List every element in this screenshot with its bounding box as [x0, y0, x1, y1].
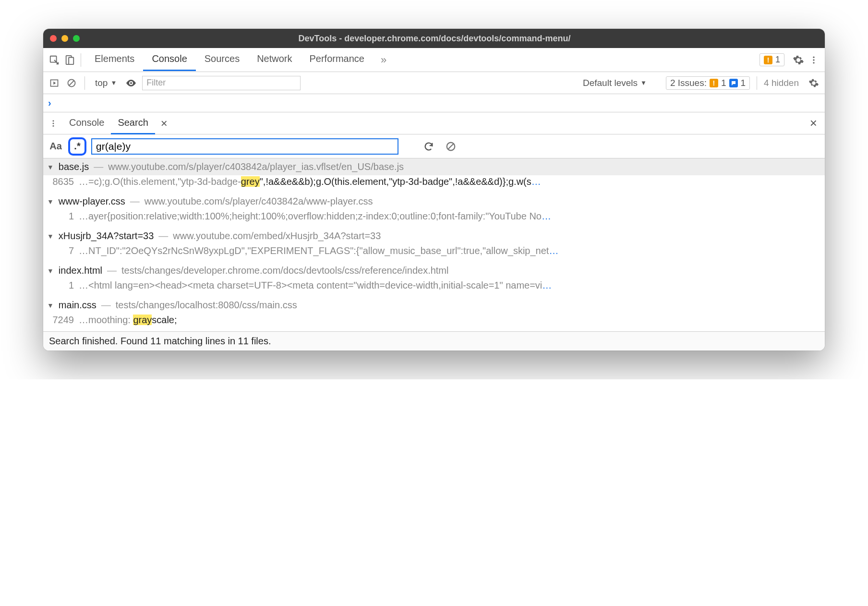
issues-label: 2 Issues: [670, 78, 707, 88]
svg-point-5 [813, 62, 814, 63]
main-toolbar: ElementsConsoleSourcesNetworkPerformance… [43, 48, 825, 72]
result-file-header[interactable]: ▼xHusjrb_34A?start=33—www.youtube.com/em… [43, 228, 825, 244]
tab-network[interactable]: Network [248, 48, 301, 71]
result-filepath: www.youtube.com/embed/xHusjrb_34A?start=… [173, 230, 381, 242]
divider [757, 76, 757, 90]
console-settings-icon[interactable] [808, 77, 820, 89]
info-icon [729, 79, 738, 87]
result-filepath: www.youtube.com/s/player/c403842a/player… [108, 161, 404, 172]
svg-point-12 [53, 125, 54, 126]
disclosure-triangle-icon: ▼ [47, 163, 54, 171]
drawer-tab-search[interactable]: Search [111, 112, 155, 134]
devtools-window: DevTools - developer.chrome.com/docs/dev… [43, 29, 825, 351]
maximize-window-button[interactable] [73, 35, 80, 42]
line-number: 1 [49, 280, 74, 291]
close-search-tab[interactable]: × [158, 117, 170, 130]
result-file-header[interactable]: ▼www-player.css—www.youtube.com/s/player… [43, 193, 825, 210]
match-code: …<html lang=en><head><meta charset=UTF-8… [79, 280, 821, 291]
drawer-tab-console[interactable]: Console [62, 112, 111, 134]
filter-input[interactable]: Filter [142, 76, 301, 90]
svg-point-4 [813, 59, 814, 61]
tab-elements[interactable]: Elements [86, 48, 143, 71]
result-filename: www-player.css [59, 196, 125, 207]
device-toggle-icon[interactable] [63, 54, 76, 66]
result-filename: index.html [59, 265, 102, 276]
clear-console-icon[interactable] [65, 77, 78, 89]
search-status: Search finished. Found 11 matching lines… [43, 331, 825, 351]
issues-pill[interactable]: 2 Issues: ! 1 1 [666, 76, 750, 90]
separator: — [101, 300, 111, 311]
chevron-down-icon: ▼ [110, 79, 117, 86]
tab-sources[interactable]: Sources [196, 48, 248, 71]
separator: — [130, 196, 140, 207]
context-selector[interactable]: top ▼ [92, 76, 120, 90]
match-case-button[interactable]: Aa [48, 141, 63, 152]
result-filepath: tests/changes/localhost:8080/css/main.cs… [116, 300, 297, 311]
svg-line-8 [69, 81, 74, 85]
divider [84, 76, 85, 90]
disclosure-triangle-icon: ▼ [47, 232, 54, 240]
result-match-row[interactable]: 7249…moothing: grayscale; [43, 314, 825, 331]
issues-badge[interactable]: ! 1 [760, 53, 784, 66]
drawer-kebab-icon[interactable] [47, 117, 60, 130]
log-levels-selector[interactable]: Default levels ▼ [583, 78, 647, 88]
result-match-row[interactable]: 8635…=c);g.O(this.element,"ytp-3d-badge-… [43, 175, 825, 193]
warning-icon: ! [764, 56, 772, 64]
tab-performance[interactable]: Performance [301, 48, 374, 71]
tab-console[interactable]: Console [143, 48, 195, 71]
separator: — [158, 230, 168, 242]
console-prompt[interactable]: › [43, 94, 825, 112]
disclosure-triangle-icon: ▼ [47, 302, 54, 309]
search-toolbar: Aa .* [43, 134, 825, 158]
match-code: …=c);g.O(this.element,"ytp-3d-badge-grey… [79, 176, 821, 187]
result-file-header[interactable]: ▼main.css—tests/changes/localhost:8080/c… [43, 297, 825, 314]
refresh-icon[interactable] [422, 140, 435, 153]
match-code: …moothing: grayscale; [79, 315, 821, 326]
window-title: DevTools - developer.chrome.com/docs/dev… [80, 34, 789, 44]
settings-icon[interactable] [792, 54, 805, 66]
minimize-window-button[interactable] [61, 35, 68, 42]
toggle-sidebar-icon[interactable] [48, 77, 60, 89]
search-input[interactable] [91, 138, 398, 155]
regex-button[interactable]: .* [68, 137, 86, 156]
close-window-button[interactable] [50, 35, 57, 42]
match-code: …NT_ID":"2OeQYs2rNcSnW8yxpLgD","EXPERIME… [79, 245, 821, 256]
line-number: 8635 [49, 176, 74, 187]
match-code: …ayer{position:relative;width:100%;heigh… [79, 211, 821, 222]
context-label: top [95, 78, 108, 88]
result-filepath: tests/changes/developer.chrome.com/docs/… [121, 265, 448, 276]
svg-rect-2 [69, 57, 73, 64]
svg-point-11 [53, 122, 54, 124]
result-filepath: www.youtube.com/s/player/c403842a/www-pl… [145, 196, 373, 207]
result-file-header[interactable]: ▼index.html—tests/changes/developer.chro… [43, 262, 825, 279]
result-match-row[interactable]: 1…ayer{position:relative;width:100%;heig… [43, 210, 825, 228]
result-match-row[interactable]: 1…<html lang=en><head><meta charset=UTF-… [43, 279, 825, 297]
svg-point-3 [813, 56, 814, 58]
inspect-icon[interactable] [48, 54, 60, 66]
more-tabs-button[interactable]: » [376, 54, 391, 66]
divider [81, 53, 81, 67]
filter-placeholder: Filter [146, 78, 166, 88]
svg-point-10 [53, 120, 54, 121]
window-controls [50, 35, 80, 42]
info-count: 1 [741, 78, 746, 88]
line-number: 7 [49, 245, 74, 256]
disclosure-triangle-icon: ▼ [47, 267, 54, 275]
live-expression-icon[interactable] [125, 77, 137, 89]
separator: — [94, 161, 103, 172]
result-match-row[interactable]: 7…NT_ID":"2OeQYs2rNcSnW8yxpLgD","EXPERIM… [43, 244, 825, 262]
kebab-menu-icon[interactable] [808, 54, 820, 66]
separator: — [107, 265, 117, 276]
clear-search-icon[interactable] [445, 140, 457, 153]
result-filename: main.css [59, 300, 96, 311]
disclosure-triangle-icon: ▼ [47, 198, 54, 206]
panel-tabs: ElementsConsoleSourcesNetworkPerformance [86, 48, 373, 71]
levels-label: Default levels [583, 78, 638, 88]
warning-icon: ! [710, 79, 718, 87]
chevron-down-icon: ▼ [640, 79, 647, 86]
console-toolbar: top ▼ Filter Default levels ▼ 2 Issues: … [43, 72, 825, 94]
svg-point-9 [130, 82, 132, 84]
close-drawer-button[interactable]: × [806, 116, 821, 131]
hidden-messages[interactable]: 4 hidden [764, 78, 799, 88]
result-file-header[interactable]: ▼base.js—www.youtube.com/s/player/c40384… [43, 158, 825, 175]
